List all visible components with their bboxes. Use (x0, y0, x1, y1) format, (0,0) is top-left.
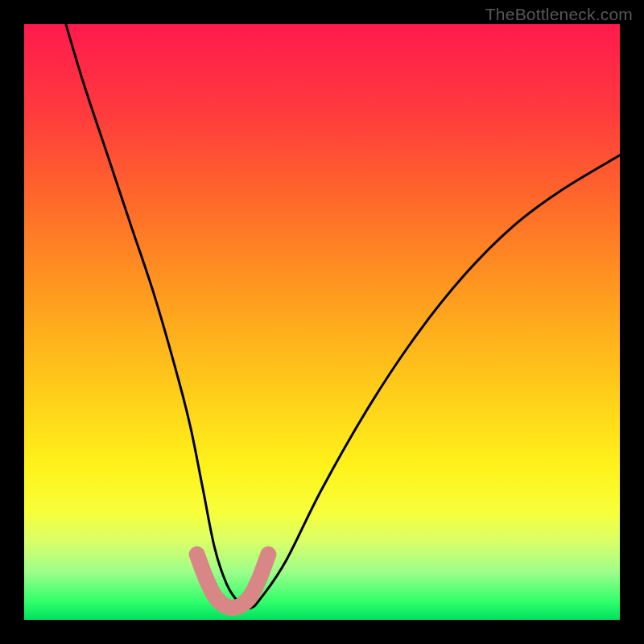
bottleneck-curve (66, 24, 620, 608)
chart-plot-area (24, 24, 620, 620)
chart-frame: TheBottleneck.com (0, 0, 644, 644)
chart-svg (24, 24, 620, 620)
watermark-label: TheBottleneck.com (485, 5, 633, 24)
highlight-band (197, 555, 269, 609)
